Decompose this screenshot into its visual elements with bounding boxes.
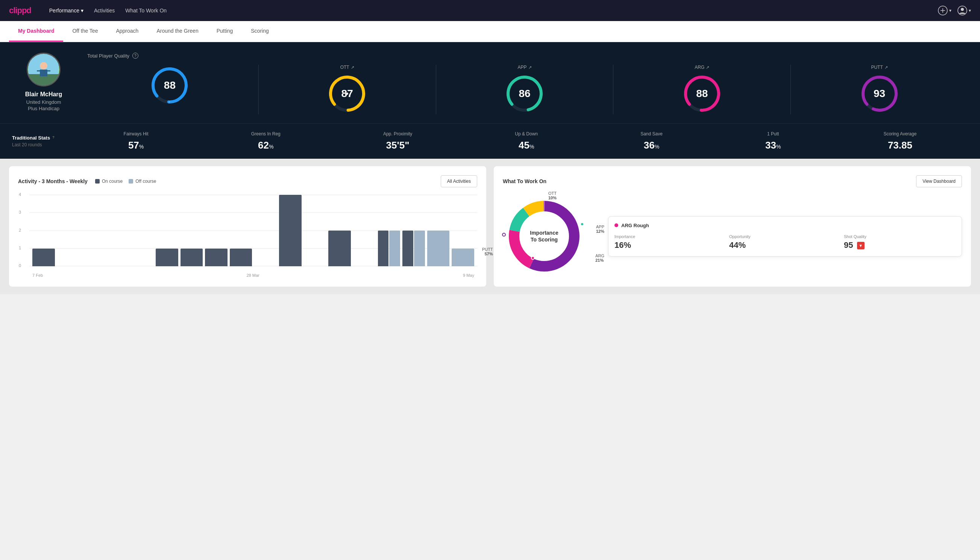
- bar-oncourse: [181, 248, 203, 267]
- bar-group: [452, 248, 474, 267]
- bar-group: [403, 230, 425, 266]
- tab-approach[interactable]: Approach: [107, 21, 147, 42]
- bar-offcourse: [389, 230, 400, 266]
- bar-group: [279, 195, 301, 266]
- wtwon-header: What To Work On View Dashboard: [503, 175, 962, 187]
- info-metric-importance: Importance 16%: [614, 234, 726, 250]
- bar-offcourse: [427, 230, 450, 266]
- donut-dot-app: [580, 222, 584, 226]
- activity-card-title: Activity - 3 Months - Weekly: [18, 178, 88, 184]
- quality-section: Total Player Quality ? 88: [87, 53, 968, 114]
- profile-section: Blair McHarg United Kingdom Plus Handica…: [12, 53, 87, 111]
- arrow-up-icon: ↗: [706, 65, 709, 70]
- bar-oncourse: [378, 230, 389, 266]
- nav-activities[interactable]: Activities: [94, 8, 115, 13]
- gauge-arg-value: 88: [696, 88, 708, 100]
- bar-oncourse: [328, 230, 351, 266]
- gauge-ott: OTT ↗ 87: [258, 65, 436, 114]
- bar-oncourse: [32, 248, 55, 267]
- profile-handicap: Plus Handicap: [28, 106, 60, 111]
- logo: clippd: [9, 6, 31, 15]
- donut-label-app: APP 12%: [596, 225, 604, 233]
- gauge-app: APP ↗ 86: [436, 65, 613, 114]
- stat-items: Fairways Hit 57% Greens In Reg 62% App. …: [72, 131, 968, 151]
- info-card-title: ARG Rough: [614, 223, 955, 228]
- info-card: ARG Rough Importance 16% Opportunity 44%…: [608, 216, 962, 257]
- x-labels: 7 Feb 28 Mar 9 May: [29, 273, 477, 278]
- user-menu[interactable]: ▾: [957, 6, 971, 15]
- avatar: [27, 53, 60, 87]
- tab-around-the-green[interactable]: Around the Green: [147, 21, 207, 42]
- svg-rect-8: [40, 70, 47, 77]
- donut-chart: Importance To Scoring: [503, 195, 586, 278]
- gauge-ott-label: OTT ↗: [340, 65, 354, 70]
- gauge-arg: ARG ↗ 88: [613, 65, 790, 114]
- importance-value: 16%: [614, 240, 726, 250]
- help-icon[interactable]: ?: [132, 53, 138, 59]
- bar-group: [230, 248, 252, 267]
- view-dashboard-button[interactable]: View Dashboard: [916, 175, 962, 187]
- gauge-app-value: 86: [519, 88, 530, 100]
- what-to-work-on-card: What To Work On View Dashboard: [494, 166, 971, 287]
- trad-stats-period: Last 20 rounds: [12, 142, 72, 147]
- bar-oncourse: [403, 230, 413, 266]
- bar-offcourse: [414, 230, 425, 266]
- bottom-section: Activity - 3 Months - Weekly On course O…: [0, 159, 980, 294]
- stat-up-down: Up & Down 45%: [515, 131, 538, 151]
- gauge-putt-value: 93: [874, 88, 885, 100]
- quality-label: Total Player Quality ?: [87, 53, 968, 59]
- donut-label-arg: ARG 21%: [595, 253, 604, 263]
- arrow-up-icon: ↗: [885, 65, 888, 70]
- add-button[interactable]: ▾: [938, 6, 952, 15]
- gauge-arg-label: ARG ↗: [695, 65, 709, 70]
- bar-group: [205, 248, 228, 267]
- svg-point-4: [961, 8, 964, 11]
- bar-group: [378, 230, 401, 266]
- legend-off-course: Off course: [129, 178, 156, 184]
- nav-right: ▾ ▾: [938, 6, 971, 15]
- legend-on-course-dot: [95, 179, 100, 183]
- stat-fairways-hit: Fairways Hit 57%: [124, 131, 148, 151]
- bar-chart: 4 3 2 1 0 7 Feb 28 Mar 9 May: [18, 195, 477, 278]
- nav-performance[interactable]: Performance ▾: [49, 8, 83, 13]
- svg-rect-10: [47, 70, 50, 72]
- arrow-up-icon: ↗: [351, 65, 354, 70]
- info-metrics: Importance 16% Opportunity 44% Shot Qual…: [614, 234, 955, 250]
- wtwon-title: What To Work On: [503, 178, 546, 184]
- gauge-app-label: APP ↗: [517, 65, 531, 70]
- trad-stats-label: Traditional Stats ?: [12, 135, 72, 141]
- bar-group: [32, 248, 55, 267]
- tab-bar: My Dashboard Off the Tee Approach Around…: [0, 21, 980, 42]
- bar-oncourse: [156, 248, 178, 267]
- nav-links: Performance ▾ Activities What To Work On: [49, 8, 166, 13]
- x-label-may: 9 May: [463, 273, 474, 278]
- donut-center: Importance To Scoring: [530, 229, 558, 243]
- bar-oncourse: [279, 195, 301, 266]
- bar-oncourse: [230, 248, 252, 267]
- nav-what-to-work-on[interactable]: What To Work On: [125, 8, 166, 13]
- donut-dot-arg: [531, 256, 535, 260]
- svg-point-7: [40, 62, 47, 70]
- top-nav: clippd Performance ▾ Activities What To …: [0, 0, 980, 21]
- help-icon-stats[interactable]: ?: [52, 135, 58, 141]
- gauge-putt-label: PUTT ↗: [871, 65, 887, 70]
- chart-legend: On course Off course: [95, 178, 156, 184]
- gauge-putt: PUTT ↗ 93: [790, 65, 968, 114]
- bar-group: [427, 230, 450, 266]
- tab-scoring[interactable]: Scoring: [242, 21, 278, 42]
- x-label-feb: 7 Feb: [32, 273, 43, 278]
- tab-off-the-tee[interactable]: Off the Tee: [63, 21, 107, 42]
- stat-scoring-average: Scoring Average 73.85: [884, 131, 917, 151]
- stat-greens-in-reg: Greens In Reg 62%: [251, 131, 281, 151]
- donut-section: Importance To Scoring OTT 10% APP 12% AR…: [503, 195, 962, 278]
- bar-group: [156, 248, 178, 267]
- tab-putting[interactable]: Putting: [208, 21, 242, 42]
- tab-my-dashboard[interactable]: My Dashboard: [9, 21, 63, 42]
- donut-label-putt: PUTT 57%: [482, 247, 493, 256]
- legend-on-course: On course: [95, 178, 123, 184]
- all-activities-button[interactable]: All Activities: [441, 175, 477, 187]
- stat-sand-save: Sand Save 36%: [641, 131, 662, 151]
- traditional-stats: Traditional Stats ? Last 20 rounds Fairw…: [0, 123, 980, 159]
- activity-card: Activity - 3 Months - Weekly On course O…: [9, 166, 486, 287]
- info-metric-opportunity: Opportunity 44%: [729, 234, 841, 250]
